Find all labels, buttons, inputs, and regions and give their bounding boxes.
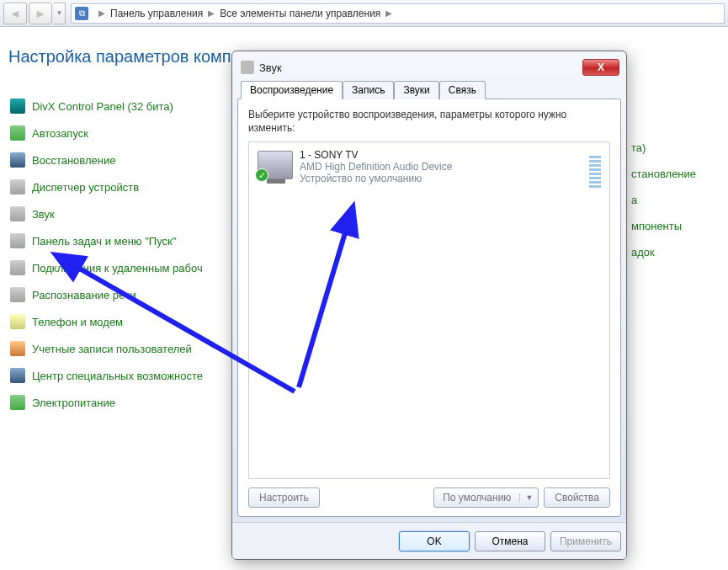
cp-item-link[interactable]: Телефон и модем (32, 316, 123, 328)
cp-item-icon (8, 313, 27, 330)
ok-button[interactable]: OK (399, 531, 470, 551)
chevron-down-icon[interactable]: ▼ (519, 493, 538, 502)
cp-item-icon (8, 232, 27, 249)
cp-item-link-partial[interactable]: адок (631, 246, 655, 258)
arrow-left-icon: ◄ (9, 7, 21, 20)
cp-item-link-partial[interactable]: мпоненты (631, 220, 682, 232)
cp-item-link[interactable]: Звук (32, 208, 55, 221)
playback-device-list[interactable]: ✓ 1 - SONY TV AMD High Definition Audio … (248, 141, 610, 479)
nav-history-dropdown[interactable]: ▼ (54, 3, 66, 24)
tab-sounds[interactable]: Звуки (394, 81, 438, 99)
breadcrumb-item[interactable]: Все элементы панели управления (220, 8, 380, 19)
playback-device-item[interactable]: ✓ 1 - SONY TV AMD High Definition Audio … (254, 147, 604, 186)
cp-item-icon (8, 367, 27, 384)
breadcrumb-sep: ▶ (208, 8, 215, 18)
arrow-right-icon: ► (35, 7, 46, 20)
cp-item-link-partial[interactable]: становление (631, 168, 696, 180)
tab-playback[interactable]: Воспроизведение (241, 81, 343, 99)
cp-item-icon (8, 152, 27, 168)
default-check-icon: ✓ (255, 168, 268, 182)
device-status: Устройство по умолчанию (300, 173, 452, 184)
address-bar[interactable]: ⧉ ▶ Панель управления ▶ Все элементы пан… (71, 3, 725, 24)
configure-button[interactable]: Настроить (248, 487, 320, 508)
navigation-bar: ◄ ► ▼ ⧉ ▶ Панель управления ▶ Все элемен… (0, 0, 728, 27)
back-button[interactable]: ◄ (3, 3, 27, 24)
cp-item-link[interactable]: Автозапуск (32, 127, 88, 140)
cp-item-icon (8, 259, 27, 276)
instruction-text: Выберите устройство воспроизведения, пар… (248, 108, 610, 135)
cp-item-icon (8, 286, 27, 303)
cp-item-link[interactable]: Электропитание (32, 397, 115, 409)
close-icon: X (598, 61, 604, 73)
forward-button[interactable]: ► (29, 3, 52, 24)
dialog-tabs: ВоспроизведениеЗаписьЗвукиСвязь (237, 80, 621, 99)
control-panel-list-right: та)становлениеампонентыадок (631, 141, 696, 264)
properties-button[interactable]: Свойства (544, 487, 610, 508)
cp-item-link[interactable]: DivX Control Panel (32 бита) (32, 100, 173, 113)
cp-item-link[interactable]: Центр специальных возможносте (32, 370, 203, 382)
cp-item-icon (8, 205, 27, 222)
cp-item-link[interactable]: Подключения к удаленным рабоч (32, 262, 203, 274)
cp-item-link-partial[interactable]: та) (631, 141, 646, 154)
speaker-icon (241, 61, 254, 74)
breadcrumb-sep: ▶ (98, 8, 105, 18)
cp-item-link-partial[interactable]: а (631, 194, 637, 206)
cp-item-link[interactable]: Учетные записи пользователей (32, 343, 192, 355)
device-driver: AMD High Definition Audio Device (300, 161, 452, 173)
cp-item-icon (8, 98, 27, 115)
cp-item-icon (8, 394, 27, 411)
apply-button[interactable]: Применить (550, 531, 621, 551)
cp-item-icon (8, 340, 27, 357)
cp-item-link[interactable]: Панель задач и меню "Пуск" (32, 235, 176, 248)
tab-record[interactable]: Запись (343, 81, 394, 99)
monitor-icon: ✓ (258, 151, 293, 179)
cp-item-icon (8, 178, 27, 195)
breadcrumb-item[interactable]: Панель управления (110, 8, 203, 19)
device-buttons-row: Настроить По умолчанию ▼ Свойства (248, 487, 610, 508)
sound-dialog: Звук X ВоспроизведениеЗаписьЗвукиСвязь В… (231, 51, 627, 560)
device-text: 1 - SONY TV AMD High Definition Audio De… (300, 149, 452, 184)
cp-item-link[interactable]: Восстановление (32, 154, 115, 167)
dialog-title: Звук (259, 61, 582, 74)
tab-communications[interactable]: Связь (439, 81, 486, 99)
control-panel-icon: ⧉ (75, 7, 88, 20)
device-name: 1 - SONY TV (300, 149, 452, 161)
level-meter-icon (589, 151, 601, 188)
cp-item-icon (8, 125, 27, 141)
cancel-button[interactable]: Отмена (475, 531, 545, 551)
breadcrumb-sep: ▶ (385, 8, 392, 18)
dialog-bottom-buttons: OK Отмена Применить (232, 522, 626, 559)
cp-item-link[interactable]: Диспетчер устройств (32, 181, 139, 194)
dialog-titlebar[interactable]: Звук X (237, 56, 621, 78)
set-default-label: По умолчанию (434, 492, 519, 503)
cp-item-link[interactable]: Распознавание речи (32, 289, 136, 301)
set-default-button[interactable]: По умолчанию ▼ (433, 487, 539, 508)
tab-playback-body: Выберите устройство воспроизведения, пар… (237, 99, 621, 517)
close-button[interactable]: X (582, 59, 619, 76)
